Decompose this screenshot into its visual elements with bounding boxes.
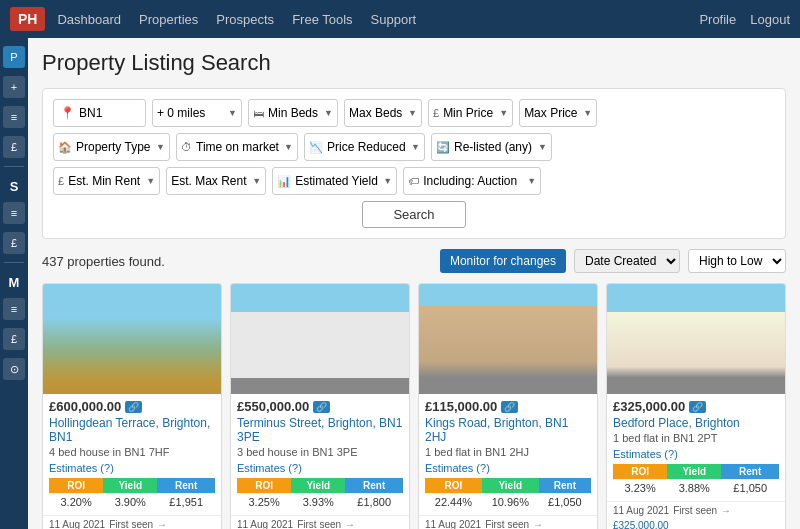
sidebar-item-pound3[interactable]: £ <box>3 328 25 350</box>
prop-estimates: Estimates (?) <box>49 462 215 474</box>
min-price-select[interactable]: Min Price £50,000£100,000£150,000 <box>443 106 508 120</box>
est-min-rent-select[interactable]: Est. Min Rent £500£1,000£1,500 <box>68 174 155 188</box>
prop-footer-date: 11 Aug 2021 <box>49 519 105 529</box>
td-yield: 3.88% <box>667 480 721 497</box>
sidebar-item-circle[interactable]: ⊙ <box>3 358 25 380</box>
sidebar: P + ≡ £ S ≡ £ M ≡ £ ⊙ <box>0 38 28 529</box>
nav-logout[interactable]: Logout <box>750 12 790 27</box>
stats-table: ROI Yield Rent 3.20% 3.90% £1,951 <box>49 478 215 510</box>
sidebar-item-list2[interactable]: ≡ <box>3 202 25 224</box>
sidebar-letter-m[interactable]: M <box>9 275 20 290</box>
min-beds-wrap: 🛏 Min Beds 12345 ▼ <box>248 99 338 127</box>
prop-footer-label: First seen <box>673 505 717 516</box>
prop-estimates: Estimates (?) <box>237 462 403 474</box>
search-row-3: £ Est. Min Rent £500£1,000£1,500 ▼ Est. … <box>53 167 775 195</box>
max-price-select[interactable]: Max Price £200,000£300,000£500,000 <box>524 106 592 120</box>
prop-address[interactable]: Hollingdean Terrace, Brighton, BN1 <box>49 416 215 444</box>
time-icon: ⏱ <box>181 141 192 153</box>
prop-body: £325,000.00 🔗 Bedford Place, Brighton 1 … <box>607 394 785 501</box>
th-yield: Yield <box>482 478 539 494</box>
prop-address[interactable]: Kings Road, Brighton, BN1 2HJ <box>425 416 591 444</box>
sidebar-item-list[interactable]: ≡ <box>3 106 25 128</box>
time-on-market-select[interactable]: Time on market 1 day1 week1 month <box>196 140 293 154</box>
td-rent: £1,800 <box>345 494 403 511</box>
auction-icon: 🏷 <box>408 175 419 187</box>
property-image <box>607 284 785 394</box>
prop-type-icon: 🏠 <box>58 141 72 154</box>
sort-field-select[interactable]: Date Created Price Yield <box>574 249 680 273</box>
prop-footer-price: £325,000.00 <box>613 520 669 529</box>
estimates-link[interactable]: Estimates (?) <box>425 462 490 474</box>
sidebar-item-list3[interactable]: ≡ <box>3 298 25 320</box>
layout: P + ≡ £ S ≡ £ M ≡ £ ⊙ Property Listing S… <box>0 38 800 529</box>
nav-properties[interactable]: Properties <box>139 12 198 27</box>
nav-support[interactable]: Support <box>371 12 417 27</box>
nav-profile[interactable]: Profile <box>699 12 736 27</box>
monitor-button[interactable]: Monitor for changes <box>440 249 566 273</box>
prop-type-select[interactable]: Property Type HouseFlatBungalow <box>76 140 165 154</box>
td-roi: 3.25% <box>237 494 291 511</box>
min-price-icon: £ <box>433 107 439 119</box>
prop-footer-label: First seen <box>109 519 153 529</box>
re-listed-select[interactable]: Re-listed (any) YesNo <box>454 140 547 154</box>
max-beds-select[interactable]: Max Beds 12345 <box>349 106 417 120</box>
prop-body: £600,000.00 🔗 Hollingdean Terrace, Brigh… <box>43 394 221 515</box>
sidebar-letter-s[interactable]: S <box>10 179 19 194</box>
prop-price-value: £325,000.00 <box>613 399 685 414</box>
prop-body: £550,000.00 🔗 Terminus Street, Brighton,… <box>231 394 409 515</box>
prop-price: £550,000.00 🔗 <box>237 399 403 414</box>
prop-price: £325,000.00 🔗 <box>613 399 779 414</box>
property-image <box>43 284 221 394</box>
navbar-right: Profile Logout <box>699 12 790 27</box>
sidebar-item-pound2[interactable]: £ <box>3 232 25 254</box>
sidebar-item-p[interactable]: P <box>3 46 25 68</box>
navbar-links: Dashboard Properties Prospects Free Tool… <box>57 12 699 27</box>
location-input[interactable] <box>79 106 139 120</box>
estimates-link[interactable]: Estimates (?) <box>237 462 302 474</box>
price-reduced-select[interactable]: Price Reduced Any5%+10%+ <box>327 140 420 154</box>
prop-price-value: £115,000.00 <box>425 399 497 414</box>
th-yield: Yield <box>103 478 157 494</box>
search-button[interactable]: Search <box>362 201 465 228</box>
prop-footer: 11 Aug 2021 First seen → £550,000.00 <box>231 515 409 529</box>
prop-price-value: £550,000.00 <box>237 399 309 414</box>
prop-address[interactable]: Terminus Street, Brighton, BN1 3PE <box>237 416 403 444</box>
prop-price-icon: 🔗 <box>689 401 706 413</box>
auction-select[interactable]: Including: Auction Excluding: AuctionOnl… <box>423 174 536 188</box>
search-row-2: 🏠 Property Type HouseFlatBungalow ▼ ⏱ Ti… <box>53 133 775 161</box>
sort-direction-select[interactable]: High to Low Low to High <box>688 249 786 273</box>
search-row-1: 📍 + 0 miles + 0.25 miles + 0.5 miles + 1… <box>53 99 775 127</box>
stats-table: ROI Yield Rent 3.25% 3.93% £1,800 <box>237 478 403 510</box>
th-roi: ROI <box>613 464 667 480</box>
estimates-link[interactable]: Estimates (?) <box>613 448 678 460</box>
nav-dashboard[interactable]: Dashboard <box>57 12 121 27</box>
prop-price: £115,000.00 🔗 <box>425 399 591 414</box>
prop-footer-arrow-icon: → <box>345 519 355 529</box>
prop-footer: 11 Aug 2021 First seen → £600,000.00 <box>43 515 221 529</box>
max-beds-wrap: Max Beds 12345 ▼ <box>344 99 422 127</box>
search-form: 📍 + 0 miles + 0.25 miles + 0.5 miles + 1… <box>42 88 786 239</box>
th-roi: ROI <box>237 478 291 494</box>
est-max-rent-select[interactable]: Est. Max Rent £1,000£1,500£2,000 <box>171 174 261 188</box>
prop-address[interactable]: Bedford Place, Brighton <box>613 416 779 430</box>
property-image <box>231 284 409 394</box>
prop-footer-arrow-icon: → <box>533 519 543 529</box>
price-reduced-icon: 📉 <box>309 141 323 154</box>
estimates-link[interactable]: Estimates (?) <box>49 462 114 474</box>
prop-body: £115,000.00 🔗 Kings Road, Brighton, BN1 … <box>419 394 597 515</box>
property-card: £325,000.00 🔗 Bedford Place, Brighton 1 … <box>606 283 786 529</box>
page-title: Property Listing Search <box>42 50 786 76</box>
sidebar-item-pound[interactable]: £ <box>3 136 25 158</box>
nav-free-tools[interactable]: Free Tools <box>292 12 352 27</box>
distance-select[interactable]: + 0 miles + 0.25 miles + 0.5 miles + 1 m… <box>157 106 237 120</box>
th-yield: Yield <box>667 464 721 480</box>
th-yield: Yield <box>291 478 345 494</box>
prop-footer-label: First seen <box>485 519 529 529</box>
th-roi: ROI <box>425 478 482 494</box>
nav-prospects[interactable]: Prospects <box>216 12 274 27</box>
min-beds-select[interactable]: Min Beds 12345 <box>268 106 333 120</box>
sidebar-item-add[interactable]: + <box>3 76 25 98</box>
prop-footer-arrow-icon: → <box>157 519 167 529</box>
prop-type-wrap: 🏠 Property Type HouseFlatBungalow ▼ <box>53 133 170 161</box>
estimated-yield-select[interactable]: Estimated Yield 3%+5%+7%+ <box>295 174 392 188</box>
